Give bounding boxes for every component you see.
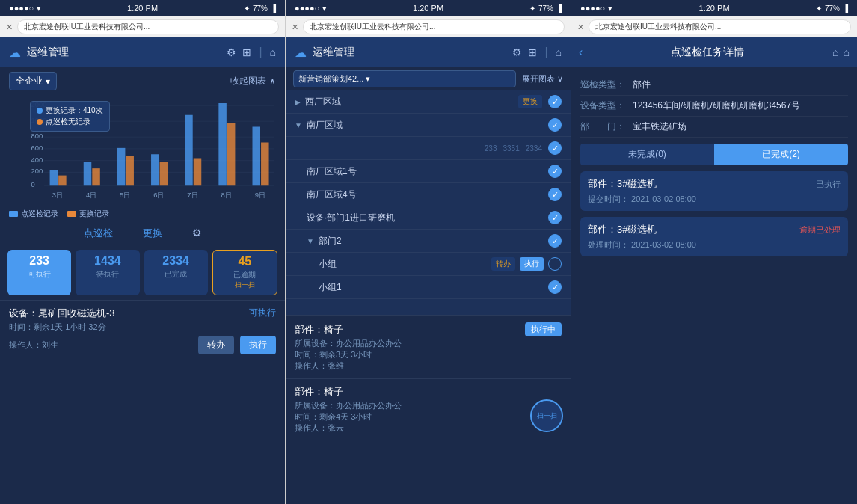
record-time-value-1: 2021-03-02 08:00 <box>631 194 696 203</box>
execute-button[interactable]: 执行 <box>240 336 276 354</box>
tree-replace-btn[interactable]: 更换 <box>518 95 542 108</box>
task-status-1[interactable]: 执行中 <box>525 322 562 336</box>
expand-icon-1[interactable]: ⊞ <box>242 46 251 58</box>
svg-text:5日: 5日 <box>120 191 130 199</box>
stat-sub-3: 扫一扫 <box>216 280 274 290</box>
tree-check-0[interactable]: ✓ <box>548 95 562 108</box>
legend-color-blue <box>9 211 18 217</box>
task-operator-row: 操作人：刘生 转办 执行 <box>9 336 276 354</box>
record-time-label-2: 处理时间： <box>588 240 629 249</box>
bluetooth-icon-1: ✦ <box>244 4 250 13</box>
svg-rect-16 <box>84 162 92 186</box>
chevron-down-icon-2: ▾ <box>366 74 370 84</box>
tree-transfer-btn[interactable]: 转办 <box>491 257 515 271</box>
filter-icon-1[interactable]: ⚙ <box>227 46 236 58</box>
expand-icon-2[interactable]: ⊞ <box>528 46 537 58</box>
info-row-type: 巡检类型： 部件 <box>580 75 848 96</box>
status-left-1: ●●●●○ ▾ <box>9 4 41 13</box>
tree-label-7: 小组 <box>319 258 337 271</box>
task-device-2: 所属设备：办公用品办公办公 <box>295 400 562 411</box>
status-left-3: ●●●●○ ▾ <box>580 4 612 13</box>
tree-arrow-icon-1: ▼ <box>295 121 302 129</box>
info-value-dept: 宝丰铁选矿场 <box>633 120 848 133</box>
expand-chart-btn[interactable]: 展开图表 ∨ <box>522 73 563 84</box>
info-label-type: 巡检类型： <box>580 79 633 91</box>
svg-rect-17 <box>92 168 100 185</box>
back-button[interactable]: ‹ <box>579 46 583 59</box>
svg-text:3日: 3日 <box>52 191 63 199</box>
record-time-label-1: 提交时间： <box>588 194 629 203</box>
svg-text:200: 200 <box>31 168 43 176</box>
task-part-1: 部件：椅子 <box>295 323 343 336</box>
tree-check-7[interactable] <box>548 257 562 271</box>
status-bar-2: ●●●●○ ▾ 1:20 PM ✦ 77% ▐ <box>286 0 571 16</box>
record-2: 部件：3#磁选机 逾期已处理 处理时间： 2021-03-02 08:00 <box>580 217 848 256</box>
bluetooth-icon-3: ✦ <box>816 4 822 13</box>
tree-check-2[interactable]: ✓ <box>548 141 562 155</box>
collapse-chart-btn[interactable]: 收起图表 ∧ <box>230 75 276 87</box>
signal-3: ●●●●○ <box>580 4 605 13</box>
task-time2-2: 时间：剩余4天 3小时 <box>295 411 562 422</box>
legend-item-1: 点巡检记录 <box>9 209 58 219</box>
record-part-1: 部件：3#磁选机 <box>588 177 657 191</box>
info-row-dept: 部 门： 宝丰铁选矿场 <box>580 117 848 138</box>
tree-item-3[interactable]: 南厂区域1号 ✓ <box>286 160 571 183</box>
info-row-device: 设备类型： 123456车间/研磨机/研磨机研磨机34567号 <box>580 96 848 117</box>
filter-icon-2[interactable]: ⚙ <box>512 46 522 58</box>
transfer-button[interactable]: 转办 <box>198 336 234 354</box>
browser-close-1[interactable]: ✕ <box>6 22 13 32</box>
tree-item-6[interactable]: ▼ 部门2 ✓ <box>286 230 571 253</box>
legend-label-2: 更换记录 <box>79 209 109 219</box>
stat-overdue[interactable]: 45 已逾期 扫一扫 <box>212 250 277 295</box>
svg-text:600: 600 <box>31 144 43 152</box>
tree-exec-btn[interactable]: 执行 <box>520 257 544 271</box>
tree-check-3[interactable]: ✓ <box>548 165 562 178</box>
p3-icons: ⌂ ⌂ <box>832 46 850 58</box>
tree-item-2[interactable]: 233 3351 2334 ✓ <box>286 137 571 160</box>
tree-item-5[interactable]: 设备·部门1进口研磨机 ✓ <box>286 206 571 230</box>
p3-header: ‹ 点巡检任务详情 ⌂ ⌂ <box>571 37 857 67</box>
enterprise-select[interactable]: 全企业 ▾ <box>9 72 57 90</box>
tree-item-4[interactable]: 南厂区域4号 ✓ <box>286 183 571 206</box>
p3-title: 点巡检任务详情 <box>589 46 826 59</box>
status-bar-3: ●●●●○ ▾ 1:20 PM ✦ 77% ▐ <box>571 0 857 16</box>
svg-rect-20 <box>151 154 159 185</box>
browser-close-2[interactable]: ✕ <box>292 22 298 32</box>
home-icon-3a[interactable]: ⌂ <box>832 46 838 58</box>
app-header-2: ☁ 运维管理 ⚙ ⊞ | ⌂ <box>286 37 571 67</box>
tab-incomplete[interactable]: 未完成(0) <box>580 144 714 165</box>
header-divider-1: | <box>259 46 262 59</box>
tree-container: ▶ 西厂区域 更换 ✓ ▼ 南厂区域 ✓ 233 3351 2334 <box>286 90 571 315</box>
tree-check-4[interactable]: ✓ <box>548 188 562 201</box>
browser-close-3[interactable]: ✕ <box>577 22 584 32</box>
wifi-icon: ▾ <box>37 4 41 13</box>
chevron-down-icon-1: ▾ <box>46 76 50 87</box>
home-icon-2[interactable]: ⌂ <box>556 46 562 58</box>
tree-check-1[interactable]: ✓ <box>548 118 562 132</box>
tab-completed[interactable]: 已完成(2) <box>714 144 848 165</box>
home-icon-3b[interactable]: ⌂ <box>844 46 850 58</box>
tab-replace[interactable]: 更换 <box>143 227 162 240</box>
task-executable-link[interactable]: 可执行 <box>249 307 276 320</box>
svg-rect-21 <box>160 162 168 186</box>
tree-item-7[interactable]: 小组 转办 执行 <box>286 253 571 276</box>
chevron-down-icon-3: ∨ <box>557 74 563 84</box>
stat-completed[interactable]: 2334 已完成 <box>144 250 208 295</box>
home-icon-1[interactable]: ⌂ <box>270 46 276 58</box>
dept-select[interactable]: 新营销部策划42... ▾ <box>293 70 516 87</box>
tree-item-8[interactable]: 小组1 ✓ <box>286 276 571 299</box>
task-op-2: 操作人：张云 <box>295 422 562 434</box>
tree-label-4: 南厂区域4号 <box>307 188 357 201</box>
tree-check-6[interactable]: ✓ <box>548 234 562 248</box>
tree-check-8[interactable]: ✓ <box>548 280 562 294</box>
stat-executable[interactable]: 233 可执行 <box>7 250 71 295</box>
stat-pending[interactable]: 1434 待执行 <box>76 250 139 295</box>
record-status-1: 已执行 <box>816 179 841 190</box>
scan-button[interactable]: 扫一扫 <box>530 399 563 432</box>
tree-item-1[interactable]: ▼ 南厂区域 ✓ <box>286 114 571 137</box>
stat-label-0: 可执行 <box>10 269 68 280</box>
tab-inspection[interactable]: 点巡检 <box>84 227 113 240</box>
settings-icon-1[interactable]: ⚙ <box>192 227 202 240</box>
tree-item-0[interactable]: ▶ 西厂区域 更换 ✓ <box>286 90 571 114</box>
tree-check-5[interactable]: ✓ <box>548 211 562 224</box>
